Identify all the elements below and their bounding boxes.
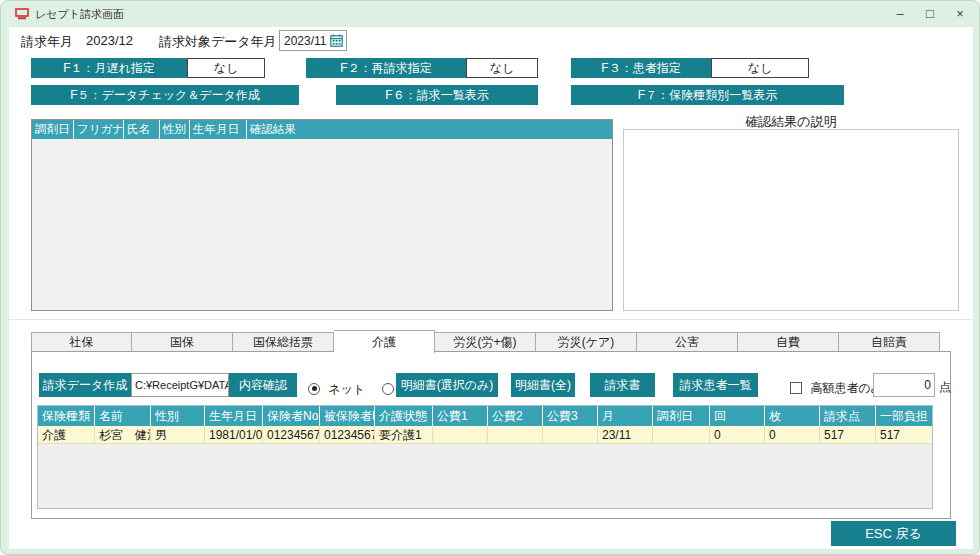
f5-data-check-button[interactable]: F５：データチェック＆データ作成	[31, 85, 299, 105]
cell-sex: 男	[151, 426, 205, 443]
tab-shaho[interactable]: 社保	[31, 332, 132, 352]
tab-kogai[interactable]: 公害	[637, 332, 738, 352]
detail-selected-button[interactable]: 明細書(選択のみ)	[396, 373, 498, 397]
column-header: 調剤日	[653, 406, 710, 426]
target-month-field[interactable]: 2023/11	[279, 30, 347, 51]
radio-cd[interactable]	[382, 383, 394, 395]
column-header: 調剤日	[32, 120, 74, 139]
f3-value-box[interactable]: なし	[711, 58, 809, 78]
column-header: 保険者No	[263, 406, 320, 426]
cell-copay: 517	[876, 426, 932, 443]
create-billing-data-button[interactable]: 請求データ作成	[39, 373, 131, 397]
column-header: 月	[598, 406, 653, 426]
section-divider	[9, 319, 973, 320]
billing-month-label: 請求年月	[21, 33, 73, 51]
column-header: 性別	[160, 120, 190, 139]
tab-jihi[interactable]: 自費	[738, 332, 839, 352]
close-button[interactable]: ×	[945, 3, 975, 25]
calendar-icon[interactable]	[330, 34, 343, 47]
column-header: 公費2	[488, 406, 543, 426]
result-explanation-box	[623, 129, 959, 311]
column-header: 枚	[765, 406, 820, 426]
cell-insured-no: 01234567	[320, 426, 375, 443]
high-cost-filter: 高額患者のみ	[790, 378, 883, 397]
f2-rebilling-button[interactable]: F２：再請求指定	[306, 58, 466, 78]
high-cost-checkbox[interactable]	[790, 382, 802, 394]
column-header: 介護状態	[375, 406, 433, 426]
column-header: 保険種類	[38, 406, 95, 426]
cell-name: 杉宮 健浩	[95, 426, 151, 443]
cell-kohi1	[433, 426, 488, 443]
patient-table: 保険種類 名前 性別 生年月日 保険者No 被保険者N 介護状態 公費1 公費2…	[37, 405, 933, 509]
radio-net-label: ネット	[328, 382, 365, 396]
cell-month: 23/11	[598, 426, 653, 443]
target-month-label: 請求対象データ年月	[159, 33, 277, 51]
cell-birthdate: 1981/01/0	[205, 426, 263, 443]
column-header: 確認結果	[247, 120, 612, 139]
check-result-list-header: 調剤日 フリガナ 氏名 性別 生年月日 確認結果	[32, 120, 612, 139]
tab-kaigo[interactable]: 介護	[334, 330, 435, 353]
minimize-button[interactable]: –	[885, 3, 915, 25]
app-icon	[15, 8, 29, 20]
table-row[interactable]: 介護 杉宮 健浩 男 1981/01/0 01234567 01234567 要…	[38, 426, 932, 444]
tab-kokuho[interactable]: 国保	[132, 332, 233, 352]
column-header: 公費3	[543, 406, 598, 426]
column-header: 一部負担	[876, 406, 932, 426]
tab-rosai-care[interactable]: 労災(ケア)	[536, 332, 637, 352]
cell-count: 0	[710, 426, 765, 443]
tab-jibaiseki[interactable]: 自賠責	[839, 332, 940, 352]
maximize-button[interactable]: □	[915, 3, 945, 25]
cell-points: 517	[820, 426, 876, 443]
points-unit-label: 点	[939, 379, 951, 396]
column-header: 性別	[151, 406, 205, 426]
patient-table-header: 保険種類 名前 性別 生年月日 保険者No 被保険者N 介護状態 公費1 公費2…	[38, 406, 932, 426]
f7-insurance-type-list-button[interactable]: F７：保険種類別一覧表示	[571, 85, 844, 105]
f3-patient-button[interactable]: F３：患者指定	[571, 58, 711, 78]
cell-sheets: 0	[765, 426, 820, 443]
cell-insurance-type: 介護	[38, 426, 95, 443]
billing-month-value: 2023/12	[86, 33, 133, 48]
cell-care-status: 要介護1	[375, 426, 433, 443]
tab-kokuho-summary[interactable]: 国保総括票	[233, 332, 334, 352]
column-header: 請求点	[820, 406, 876, 426]
column-header: 被保険者N	[320, 406, 375, 426]
cell-kohi2	[488, 426, 543, 443]
points-threshold-field[interactable]: 0	[873, 373, 935, 397]
column-header: 名前	[95, 406, 151, 426]
invoice-button[interactable]: 請求書	[590, 373, 655, 397]
esc-back-button[interactable]: ESC 戻る	[831, 521, 956, 546]
f1-month-late-button[interactable]: F１：月遅れ指定	[31, 58, 187, 78]
column-header: フリガナ	[74, 120, 124, 139]
cell-insurer-no: 01234567	[263, 426, 320, 443]
target-month-field-value: 2023/11	[280, 32, 327, 51]
radio-net[interactable]	[308, 383, 320, 395]
cell-kohi3	[543, 426, 598, 443]
f6-billing-list-button[interactable]: F６：請求一覧表示	[336, 85, 538, 105]
content-confirm-button[interactable]: 内容確認	[229, 373, 297, 397]
tab-rosai-injury[interactable]: 労災(労+傷)	[435, 332, 536, 352]
check-result-list[interactable]: 調剤日 フリガナ 氏名 性別 生年月日 確認結果	[31, 119, 613, 311]
f2-value-box[interactable]: なし	[466, 58, 538, 78]
f1-value-box[interactable]: なし	[187, 58, 265, 78]
title-bar: レセプト請求画面 – □ ×	[1, 1, 980, 27]
column-header: 生年月日	[190, 120, 247, 139]
column-header: 氏名	[124, 120, 160, 139]
billing-patient-list-button[interactable]: 請求患者一覧	[673, 373, 758, 397]
application-window: レセプト請求画面 – □ × 請求年月 2023/12 請求対象データ年月 20…	[0, 0, 980, 555]
column-header: 公費1	[433, 406, 488, 426]
window-title: レセプト請求画面	[35, 1, 124, 27]
output-path-field[interactable]: C:¥ReceiptG¥DATA01.C	[131, 373, 229, 397]
cell-dispense-date	[653, 426, 710, 443]
column-header: 回	[710, 406, 765, 426]
column-header: 生年月日	[205, 406, 263, 426]
detail-all-button[interactable]: 明細書(全)	[511, 373, 575, 397]
